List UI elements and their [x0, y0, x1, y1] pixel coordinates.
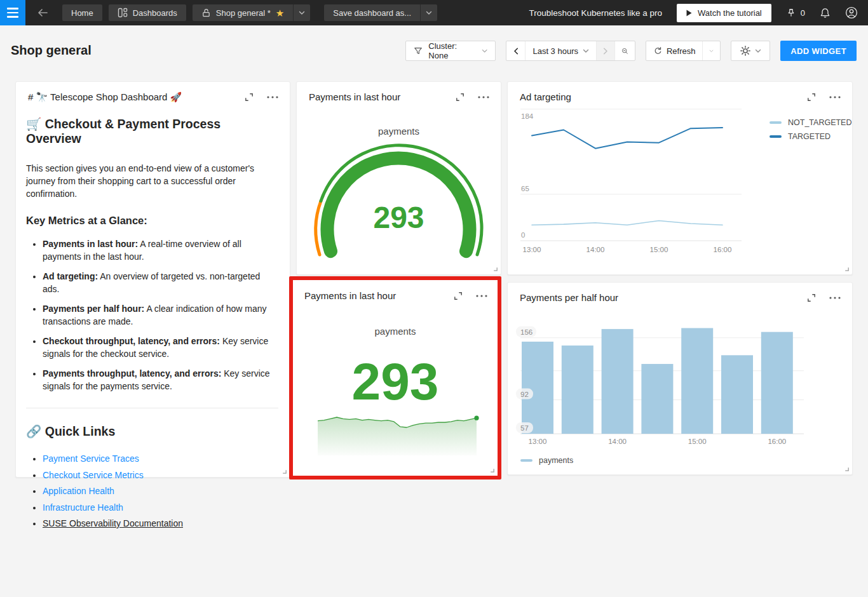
svg-text:15:00: 15:00 — [650, 246, 668, 253]
chart-legend: NOT_TARGETEDTARGETED — [770, 118, 851, 141]
expand-widget-icon[interactable] — [245, 93, 254, 102]
svg-text:65: 65 — [521, 185, 529, 192]
markdown-intro: This section gives you an end-to-end vie… — [26, 162, 278, 200]
legend-item[interactable]: TARGETED — [770, 132, 851, 141]
zoom-out-time-button[interactable] — [614, 41, 635, 60]
metric-item: Ad targeting: An overview of targeted vs… — [43, 270, 278, 295]
payments-per-half-hour-widget: Payments per half hour 156925713:0014:00… — [507, 282, 853, 475]
dashboards-icon — [118, 8, 128, 18]
svg-text:184: 184 — [521, 112, 534, 120]
chevron-down-icon — [299, 11, 305, 15]
quick-link-payment-traces[interactable]: Payment Service Traces — [43, 453, 139, 464]
list-item: Infrastructure Health — [43, 502, 278, 513]
tab-home[interactable]: Home — [62, 4, 102, 21]
save-dashboard-as-button[interactable]: Save dashboard as... — [324, 4, 420, 21]
sparkline-svg — [318, 413, 479, 457]
gauge-chart-svg — [297, 82, 502, 276]
favorite-star-icon[interactable]: ★ — [276, 8, 284, 18]
hamburger-menu-button[interactable] — [0, 0, 25, 25]
user-menu-button[interactable] — [845, 6, 858, 19]
expand-widget-icon[interactable] — [454, 292, 463, 300]
markdown-content: 🛒 Checkout & Payment Process Overview Th… — [26, 110, 278, 535]
chart-legend: payments — [520, 456, 573, 465]
svg-text:16:00: 16:00 — [768, 438, 786, 445]
resize-handle[interactable] — [281, 468, 287, 474]
legend-item[interactable]: NOT_TARGETED — [770, 118, 851, 127]
markdown-heading: 🛒 Checkout & Payment Process Overview — [26, 117, 278, 146]
widget-menu-icon[interactable] — [476, 295, 487, 297]
tab-home-label: Home — [71, 8, 93, 18]
expand-widget-icon[interactable] — [807, 293, 816, 302]
payments-single-value-widget: Payments in last hour payments 293 — [293, 280, 498, 476]
resize-handle[interactable] — [489, 467, 495, 473]
pin-icon — [786, 8, 796, 18]
avatar-icon — [845, 6, 858, 19]
time-range-label: Last 3 hours — [532, 46, 578, 56]
refresh-button[interactable]: Refresh — [646, 41, 702, 60]
cluster-filter-button[interactable]: Cluster: None — [405, 41, 496, 61]
metrics-heading: Key Metrics at a Glance: — [26, 215, 278, 227]
time-range-group: Last 3 hours — [506, 41, 635, 61]
quick-link-documentation[interactable]: SUSE Observability Documentation — [43, 518, 183, 528]
save-dashboard-group: Save dashboard as... — [324, 4, 437, 21]
refresh-icon — [653, 46, 662, 55]
add-widget-button[interactable]: ADD WIDGET — [780, 41, 857, 61]
svg-text:15:00: 15:00 — [688, 438, 707, 445]
refresh-group: Refresh — [646, 41, 721, 61]
refresh-options-button[interactable] — [702, 41, 720, 60]
play-icon — [686, 10, 692, 17]
svg-text:16:00: 16:00 — [714, 246, 732, 253]
settings-button[interactable] — [731, 41, 770, 61]
big-number-value: 293 — [293, 356, 498, 407]
widget-menu-icon[interactable] — [829, 297, 841, 299]
svg-text:13:00: 13:00 — [529, 438, 547, 445]
watch-tutorial-button[interactable]: Watch the tutorial — [677, 4, 771, 22]
filter-icon — [414, 46, 423, 56]
dashboard-tab-menu-button[interactable] — [293, 4, 310, 21]
tab-dashboards-label: Dashboards — [133, 8, 177, 18]
tab-shop-general-label: Shop general * — [216, 8, 271, 18]
notifications-button[interactable] — [820, 8, 831, 18]
metric-item: Checkout throughput, latency, and errors… — [43, 335, 278, 360]
pinned-items-button[interactable]: 0 — [786, 8, 805, 18]
time-range-selector[interactable]: Last 3 hours — [525, 41, 596, 60]
dashboard-toolbar: Cluster: None Last 3 hours — [405, 41, 857, 61]
watch-tutorial-label: Watch the tutorial — [698, 8, 762, 18]
metric-item: Payments in last hour: A real-time overv… — [43, 238, 278, 263]
metric-item: Payments throughput, latency, and errors… — [43, 367, 278, 392]
list-item: Payment Service Traces — [43, 453, 278, 464]
tab-shop-general[interactable]: Shop general * ★ — [193, 4, 293, 21]
chevron-down-icon — [482, 49, 487, 53]
time-back-button[interactable] — [506, 41, 525, 60]
resize-handle[interactable] — [843, 265, 850, 272]
back-button[interactable] — [36, 6, 50, 20]
quick-link-application-health[interactable]: Application Health — [43, 486, 114, 496]
resize-handle[interactable] — [843, 466, 850, 472]
legend-label: payments — [539, 456, 573, 465]
chevron-down-icon — [709, 49, 714, 53]
time-forward-button[interactable] — [596, 41, 614, 60]
widget-title: Payments in last hour — [304, 290, 454, 301]
widget-menu-icon[interactable] — [829, 96, 841, 98]
list-item: Checkout Service Metrics — [43, 470, 278, 480]
quick-link-infrastructure-health[interactable]: Infrastructure Health — [43, 502, 123, 513]
lock-open-icon — [201, 8, 211, 18]
tab-dashboards[interactable]: Dashboards — [109, 4, 186, 21]
markdown-widget: # 🔭 Telescope Shop Dashboard 🚀 🛒 Checkou… — [15, 81, 290, 478]
page-title: Shop general — [11, 43, 92, 58]
svg-text:13:00: 13:00 — [523, 246, 541, 253]
payments-gauge-widget: Payments in last hour payments 293 — [296, 81, 501, 275]
quick-links-list: Payment Service Traces Checkout Service … — [26, 453, 278, 528]
cluster-filter-label: Cluster: None — [428, 41, 476, 60]
save-dashboard-menu-button[interactable] — [420, 4, 437, 21]
list-item: SUSE Observability Documentation — [43, 518, 278, 528]
list-item: Application Health — [43, 486, 278, 496]
chevron-down-icon — [755, 49, 761, 53]
quick-links-heading: 🔗 Quick Links — [26, 424, 278, 439]
quick-link-checkout-metrics[interactable]: Checkout Service Metrics — [43, 470, 144, 480]
resize-handle[interactable] — [492, 265, 498, 272]
widget-menu-icon[interactable] — [267, 96, 278, 98]
nav-dashboards-group: Dashboards — [109, 4, 186, 21]
expand-widget-icon[interactable] — [807, 93, 816, 102]
highlight-outline: Payments in last hour payments 293 — [289, 276, 501, 480]
